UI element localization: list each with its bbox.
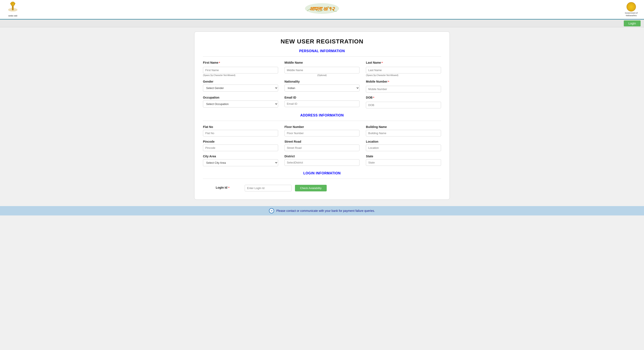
login-button[interactable]: LogIn — [624, 20, 640, 26]
center-logo: आपला ७/१२ — [298, 2, 346, 16]
city-area-select[interactable]: Select City Area — [203, 159, 278, 166]
login-id-required: * — [228, 186, 229, 190]
right-logo: Government of Maharashtra — [623, 2, 640, 17]
dob-required: * — [373, 96, 374, 100]
state-input[interactable] — [366, 159, 441, 166]
dob-label: DOB — [366, 96, 372, 99]
first-name-input[interactable] — [203, 67, 278, 74]
street-road-label: Street Road — [284, 140, 360, 143]
govt-emblem-icon — [626, 2, 636, 12]
last-name-required: * — [382, 61, 383, 65]
flat-no-group: Flat No — [203, 125, 278, 136]
middle-name-input[interactable] — [284, 67, 360, 74]
pincode-label: Pincode — [203, 140, 278, 143]
city-area-group: City Area Select City Area — [203, 154, 278, 166]
district-group: District — [284, 154, 360, 166]
last-name-group: Last Name * (Space,Sp.Character Not Allo… — [366, 61, 441, 76]
personal-divider — [203, 56, 441, 57]
first-name-group: First Name * (Space,Sp.Character Not All… — [203, 61, 278, 76]
email-group: Email ID — [284, 96, 360, 107]
aapla-logo-icon: आपला ७/१२ — [298, 2, 346, 16]
main-content: NEW USER REGISTRATION PERSONAL INFORMATI… — [0, 27, 644, 204]
city-row: City Area Select City Area District Stat… — [203, 154, 441, 166]
state-group: State — [366, 154, 441, 166]
mobile-label: Mobile Number — [366, 80, 388, 83]
check-availability-button[interactable]: Check Avialability — [295, 185, 327, 192]
middle-name-group: Middle Name (Optional) — [284, 61, 360, 76]
pincode-group: Pincode — [203, 140, 278, 151]
location-group: Location — [366, 140, 441, 151]
nationality-label: Nationality — [284, 80, 360, 83]
location-input[interactable] — [366, 144, 441, 151]
left-logo: सत्यमेव जयते — [4, 2, 21, 17]
last-name-label: Last Name — [366, 61, 381, 64]
building-name-group: Building Name — [366, 125, 441, 136]
login-info-section-title: LOGIN INFORMATION — [203, 172, 441, 175]
email-icon: ✉ — [269, 208, 274, 213]
flat-no-label: Flat No — [203, 125, 278, 128]
location-label: Location — [366, 140, 441, 143]
navbar: LogIn — [0, 20, 644, 27]
email-label: Email ID — [284, 96, 360, 99]
personal-info-section-title: PERSONAL INFORMATION — [203, 49, 441, 53]
floor-number-input[interactable] — [284, 130, 360, 136]
flat-no-input[interactable] — [203, 130, 278, 136]
address-divider — [203, 121, 441, 121]
first-name-required: * — [219, 61, 220, 65]
svg-point-5 — [10, 3, 12, 4]
occupation-select[interactable]: Select Occupation Agriculture Business S… — [203, 100, 278, 108]
dob-input[interactable] — [366, 102, 441, 108]
email-input[interactable] — [284, 100, 360, 107]
satyamev-text: सत्यमेव जयते — [8, 15, 17, 17]
login-section: LogIn Id * Check Avialability — [203, 183, 441, 193]
mobile-group: Mobile Number * — [366, 80, 441, 92]
svg-point-6 — [14, 3, 15, 4]
occupation-group: Occupation Select Occupation Agriculture… — [203, 96, 278, 108]
building-name-label: Building Name — [366, 125, 441, 128]
govt-text: Government of Maharashtra — [625, 12, 638, 17]
last-name-hint: (Space,Sp.Character Not Allowed) — [366, 74, 441, 76]
nationality-group: Nationality Indian Other — [284, 80, 360, 92]
flat-row: Flat No Floor Number Building Name — [203, 125, 441, 136]
registration-card: NEW USER REGISTRATION PERSONAL INFORMATI… — [194, 32, 450, 200]
nationality-select[interactable]: Indian Other — [284, 84, 360, 92]
gender-row: Gender Select Gender Male Female Other N… — [203, 80, 441, 92]
dob-group: DOB * — [366, 96, 441, 108]
svg-point-4 — [12, 3, 14, 4]
pincode-input[interactable] — [203, 144, 278, 151]
header: सत्यमेव जयते आपला ७/१२ Government of Mah… — [0, 0, 644, 20]
mobile-input[interactable] — [366, 86, 441, 92]
page-title: NEW USER REGISTRATION — [203, 38, 441, 45]
svg-text:आपला ७/१२: आपला ७/१२ — [310, 6, 335, 12]
middle-name-label: Middle Name — [284, 61, 303, 64]
city-area-label: City Area — [203, 154, 278, 158]
gender-select[interactable]: Select Gender Male Female Other — [203, 84, 278, 92]
gender-label: Gender — [203, 80, 278, 83]
floor-number-label: Floor Number — [284, 125, 360, 128]
address-info-section-title: ADDRESS INFORMATION — [203, 114, 441, 117]
footer: ✉ Please contact or communicate with you… — [0, 206, 644, 216]
district-label: District — [284, 154, 360, 158]
login-divider — [203, 178, 441, 179]
floor-number-group: Floor Number — [284, 125, 360, 136]
login-id-label: LogIn Id — [216, 186, 227, 189]
building-name-input[interactable] — [366, 130, 441, 136]
last-name-input[interactable] — [366, 67, 441, 74]
street-road-group: Street Road — [284, 140, 360, 151]
occupation-label: Occupation — [203, 96, 278, 99]
street-road-input[interactable] — [284, 144, 360, 151]
first-name-hint: (Space,Sp.Character Not Allowed) — [203, 74, 278, 76]
district-input[interactable] — [284, 159, 360, 166]
login-id-row: LogIn Id * Check Avialability — [203, 183, 441, 193]
ashoka-emblem-icon — [7, 2, 18, 14]
pincode-row: Pincode Street Road Location — [203, 140, 441, 151]
state-label: State — [366, 154, 441, 158]
login-id-input[interactable] — [245, 185, 292, 192]
occupation-row: Occupation Select Occupation Agriculture… — [203, 96, 441, 108]
login-id-label-group: LogIn Id * — [216, 186, 241, 190]
mobile-required: * — [388, 80, 389, 84]
name-row: First Name * (Space,Sp.Character Not All… — [203, 61, 441, 76]
footer-message: Please contact or communicate with your … — [276, 209, 375, 212]
middle-name-hint: (Optional) — [284, 74, 360, 76]
gender-group: Gender Select Gender Male Female Other — [203, 80, 278, 92]
